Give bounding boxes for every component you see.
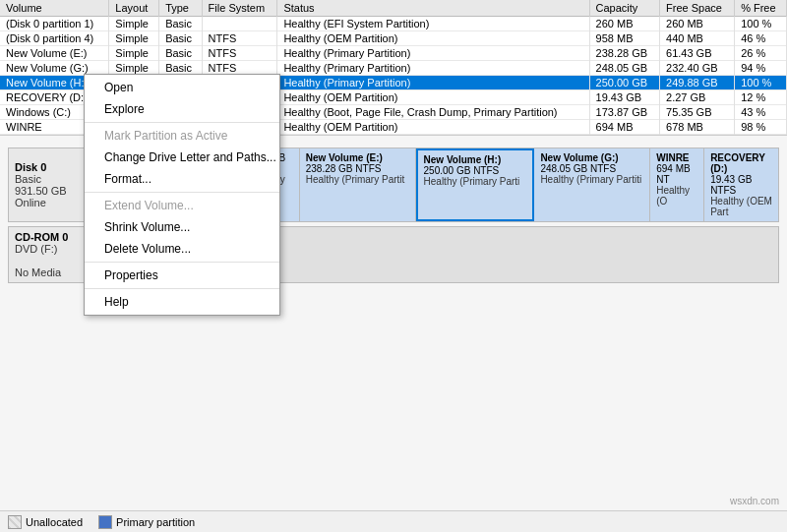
partition-h-name: New Volume (H:)	[424, 154, 527, 165]
col-status[interactable]: Status	[277, 0, 589, 17]
table-cell	[202, 17, 277, 31]
partition-e-name: New Volume (E:)	[306, 152, 409, 163]
table-cell: 440 MB	[660, 31, 735, 46]
table-cell: 46 %	[735, 31, 787, 46]
table-cell: New Volume (E:)	[0, 46, 109, 61]
menu-item-help[interactable]: Help	[85, 291, 279, 313]
menu-item-open[interactable]: Open	[85, 77, 279, 98]
col-volume[interactable]: Volume	[0, 0, 109, 17]
disk0-size: 931.50 GB	[15, 185, 90, 197]
table-cell: 250.00 GB	[589, 76, 659, 90]
partition-new-vol-h[interactable]: New Volume (H:) 250.00 GB NTFS Healthy (…	[416, 148, 535, 221]
partition-recovery[interactable]: RECOVERY (D:) 19.43 GB NTFS Healthy (OEM…	[704, 148, 778, 221]
disk0-name: Disk 0	[15, 161, 90, 173]
disk0-type: Basic	[15, 173, 90, 185]
table-cell: 2.27 GB	[660, 90, 735, 105]
table-cell: Healthy (EFI System Partition)	[277, 17, 589, 31]
partition-h-size: 250.00 GB NTFS	[424, 165, 527, 176]
table-row[interactable]: (Disk 0 partition 4)SimpleBasicNTFSHealt…	[0, 31, 787, 46]
primary-legend-label: Primary partition	[116, 516, 195, 528]
table-cell: 232.40 GB	[660, 61, 735, 76]
unallocated-legend: Unallocated	[8, 515, 83, 529]
table-cell: Simple	[109, 46, 159, 61]
partition-new-vol-e[interactable]: New Volume (E:) 238.28 GB NTFS Healthy (…	[300, 148, 416, 221]
col-pctfree[interactable]: % Free	[735, 0, 787, 17]
table-cell: 238.28 GB	[589, 46, 659, 61]
menu-separator	[85, 192, 279, 193]
table-cell: 100 %	[735, 17, 787, 31]
partition-rec-status: Healthy (OEM Part	[710, 196, 772, 217]
table-cell: 248.05 GB	[589, 61, 659, 76]
menu-item-change-drive-letter-and-paths---[interactable]: Change Drive Letter and Paths...	[85, 147, 279, 168]
table-cell: 173.87 GB	[589, 105, 659, 120]
partition-g-size: 248.05 GB NTFS	[540, 163, 643, 174]
partition-h-status: Healthy (Primary Parti	[424, 176, 527, 187]
partition-winre-name: WINRE	[656, 152, 697, 163]
table-cell: Healthy (OEM Partition)	[277, 90, 589, 105]
table-cell: (Disk 0 partition 4)	[0, 31, 109, 46]
menu-item-explore[interactable]: Explore	[85, 98, 279, 120]
table-cell: Basic	[159, 31, 202, 46]
menu-item-extend-volume---: Extend Volume...	[85, 195, 279, 216]
cdrom0-status: No Media	[15, 266, 90, 278]
menu-item-format---[interactable]: Format...	[85, 168, 279, 190]
disk0-status: Online	[15, 197, 90, 208]
table-cell: Healthy (OEM Partition)	[277, 31, 589, 46]
col-type[interactable]: Type	[159, 0, 202, 17]
status-bar: Unallocated Primary partition	[0, 510, 787, 532]
watermark: wsxdn.com	[730, 496, 779, 506]
table-cell: Simple	[109, 31, 159, 46]
table-cell: 75.35 GB	[660, 105, 735, 120]
table-row[interactable]: New Volume (E:)SimpleBasicNTFSHealthy (P…	[0, 46, 787, 61]
table-cell: 260 MB	[660, 17, 735, 31]
table-cell: Healthy (Primary Partition)	[277, 46, 589, 61]
table-cell: Healthy (Primary Partition)	[277, 61, 589, 76]
menu-item-mark-partition-as-active: Mark Partition as Active	[85, 125, 279, 147]
partition-winre-status: Healthy (O	[656, 185, 697, 207]
primary-legend: Primary partition	[98, 515, 195, 529]
menu-item-delete-volume---[interactable]: Delete Volume...	[85, 238, 279, 260]
partition-e-status: Healthy (Primary Partit	[306, 174, 409, 185]
table-cell: NTFS	[202, 46, 277, 61]
col-filesystem[interactable]: File System	[202, 0, 277, 17]
col-layout[interactable]: Layout	[109, 0, 159, 17]
partition-rec-size: 19.43 GB NTFS	[710, 174, 772, 196]
table-cell: NTFS	[202, 31, 277, 46]
col-capacity[interactable]: Capacity	[589, 0, 659, 17]
context-menu: OpenExploreMark Partition as ActiveChang…	[84, 74, 280, 316]
unallocated-legend-label: Unallocated	[26, 516, 83, 528]
table-cell: 61.43 GB	[660, 46, 735, 61]
partition-g-name: New Volume (G:)	[540, 152, 643, 163]
table-cell: 98 %	[735, 120, 787, 135]
table-cell: 678 MB	[660, 120, 735, 135]
table-cell: Basic	[159, 17, 202, 31]
cdrom0-type: DVD (F:)	[15, 243, 90, 255]
table-cell: 958 MB	[589, 31, 659, 46]
table-cell: 260 MB	[589, 17, 659, 31]
menu-separator	[85, 122, 279, 123]
cdrom0-name: CD-ROM 0	[15, 231, 90, 243]
table-cell: 694 MB	[589, 120, 659, 135]
col-freespace[interactable]: Free Space	[660, 0, 735, 17]
menu-separator	[85, 262, 279, 263]
table-cell: Basic	[159, 46, 202, 61]
table-cell: Healthy (OEM Partition)	[277, 120, 589, 135]
table-cell: Simple	[109, 17, 159, 31]
partition-winre[interactable]: WINRE 694 MB NT Healthy (O	[650, 148, 704, 221]
table-cell: 19.43 GB	[589, 90, 659, 105]
table-cell: 94 %	[735, 61, 787, 76]
table-cell: 43 %	[735, 105, 787, 120]
unallocated-legend-box	[8, 515, 22, 529]
table-cell: 12 %	[735, 90, 787, 105]
table-row[interactable]: (Disk 0 partition 1)SimpleBasicHealthy (…	[0, 17, 787, 31]
partition-g-status: Healthy (Primary Partiti	[540, 174, 643, 185]
partition-rec-name: RECOVERY (D:)	[710, 152, 772, 174]
menu-item-shrink-volume---[interactable]: Shrink Volume...	[85, 216, 279, 238]
table-cell: Healthy (Boot, Page File, Crash Dump, Pr…	[277, 105, 589, 120]
menu-item-properties[interactable]: Properties	[85, 265, 279, 286]
partition-new-vol-g[interactable]: New Volume (G:) 248.05 GB NTFS Healthy (…	[534, 148, 650, 221]
partition-e-size: 238.28 GB NTFS	[306, 163, 409, 174]
primary-legend-box	[98, 515, 112, 529]
table-cell: Healthy (Primary Partition)	[277, 76, 589, 90]
table-cell: 249.88 GB	[660, 76, 735, 90]
